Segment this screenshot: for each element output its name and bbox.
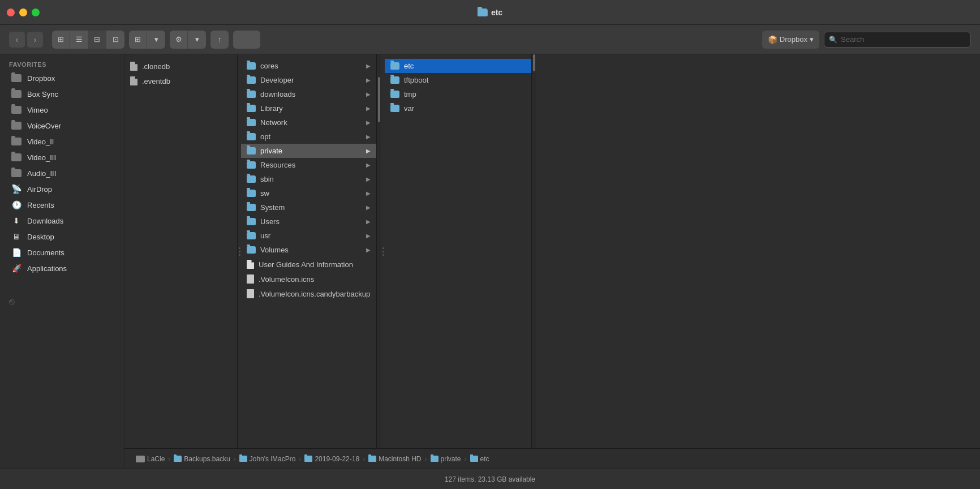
col2-item-volumeicon-candy[interactable]: .VolumeIcon.icns.candybarbackup	[241, 286, 376, 301]
col3-item-tmp[interactable]: tmp	[385, 87, 531, 101]
view-group-arrow-button[interactable]: ▾	[147, 31, 165, 49]
traffic-lights	[7, 8, 40, 16]
col-item-label: Volumes	[260, 246, 362, 254]
col2-item-volumes[interactable]: Volumes▶	[241, 243, 376, 257]
col1-item-eventdb[interactable]: .eventdb	[124, 74, 237, 88]
recents-icon: 🕐	[11, 200, 22, 210]
action-button[interactable]: ⚙	[170, 31, 188, 49]
col-item-label: .clonedb	[142, 62, 231, 71]
folder-icon	[304, 456, 312, 462]
folder-icon	[247, 91, 256, 98]
col-item-label: Users	[260, 217, 362, 226]
col2-item-system[interactable]: System▶	[241, 200, 376, 215]
view-list-button[interactable]: ☰	[70, 31, 88, 49]
close-button[interactable]	[7, 8, 15, 16]
tag-button[interactable]	[233, 31, 260, 49]
folder-icon	[247, 161, 256, 169]
folder-icon	[247, 76, 256, 84]
sidebar-item-video-iii[interactable]: Video_III	[2, 149, 122, 165]
col2-item-opt[interactable]: opt▶	[241, 130, 376, 144]
chevron-right-icon: ▶	[366, 77, 371, 83]
col-item-label: etc	[404, 62, 526, 70]
col2-item-usr[interactable]: usr▶	[241, 229, 376, 243]
view-group-button[interactable]: ⊞	[129, 31, 147, 49]
breadcrumb-separator: ›	[465, 455, 467, 463]
folder-icon	[247, 190, 256, 197]
downloads-icon: ⬇	[11, 216, 22, 226]
col2-item-library[interactable]: Library▶	[241, 101, 376, 115]
view-mode-group: ⊞ ☰ ⊟ ⊡	[52, 31, 124, 49]
col1-item-clonedb[interactable]: .clonedb	[124, 59, 237, 74]
col2-item-resources[interactable]: Resources▶	[241, 158, 376, 172]
breadcrumb-item-date[interactable]: 2019-09-22-18	[302, 454, 362, 464]
column-3-scrollbar[interactable]	[532, 54, 536, 448]
col3-item-tftpboot[interactable]: tftpboot	[385, 73, 531, 87]
col-item-label: .eventdb	[142, 77, 231, 85]
col2-item-sbin[interactable]: sbin▶	[241, 172, 376, 186]
sidebar-item-documents[interactable]: 📄Documents	[2, 244, 122, 260]
col2-item-downloads[interactable]: downloads▶	[241, 87, 376, 101]
folder-icon	[11, 168, 22, 178]
col-item-label: Resources	[260, 161, 362, 169]
col2-item-user-guides[interactable]: User Guides And Information	[241, 257, 376, 272]
sidebar-item-airdrop[interactable]: 📡AirDrop	[2, 181, 122, 197]
back-button[interactable]: ‹	[9, 32, 25, 48]
breadcrumb-item-lacie[interactable]: LaCie	[134, 454, 167, 464]
sidebar-item-applications[interactable]: 🚀Applications	[2, 260, 122, 276]
view-column-button[interactable]: ⊟	[88, 31, 106, 49]
minimize-button[interactable]	[19, 8, 27, 16]
action-arrow-button[interactable]: ▾	[188, 31, 206, 49]
fullscreen-button[interactable]	[32, 8, 40, 16]
nav-buttons: ‹ ›	[9, 32, 43, 48]
col-item-label: .VolumeIcon.icns.candybarbackup	[259, 290, 371, 298]
col3-item-var[interactable]: var	[385, 101, 531, 115]
breadcrumb-item-macintosh[interactable]: Macintosh HD	[366, 454, 423, 464]
sidebar-item-label: Downloads	[27, 217, 63, 225]
col2-item-sw[interactable]: sw▶	[241, 186, 376, 200]
folder-icon	[11, 105, 22, 115]
chevron-right-icon: ▶	[366, 218, 371, 225]
col-item-label: var	[404, 104, 526, 113]
col3-item-etc[interactable]: etc	[385, 59, 531, 73]
toolbar: ‹ › ⊞ ☰ ⊟ ⊡ ⊞ ▾ ⚙ ▾ ↑ 📦 Dropbox ▾ 🔍 Sear…	[0, 25, 980, 54]
col2-item-developer[interactable]: Developer▶	[241, 73, 376, 87]
statusbar: 127 items, 23.13 GB available	[0, 469, 980, 489]
sidebar-item-voiceover[interactable]: VoiceOver	[2, 118, 122, 134]
view-icon-button[interactable]: ⊞	[52, 31, 70, 49]
sidebar-item-recents[interactable]: 🕐Recents	[2, 197, 122, 213]
sidebar-item-dropbox[interactable]: Dropbox	[2, 70, 122, 86]
breadcrumb-item-iMacPro[interactable]: John's iMacPro	[237, 454, 298, 464]
search-icon: 🔍	[829, 36, 837, 44]
sidebar-item-vimeo[interactable]: Vimeo	[2, 102, 122, 118]
sidebar-item-desktop[interactable]: 🖥Desktop	[2, 229, 122, 244]
breadcrumb-item-private[interactable]: private	[428, 454, 463, 464]
forward-button[interactable]: ›	[27, 32, 43, 48]
col2-item-private[interactable]: private▶	[241, 144, 376, 158]
col2-item-cores[interactable]: cores▶	[241, 59, 376, 73]
sidebar-item-video-ii[interactable]: Video_II	[2, 134, 122, 149]
sidebar-item-audio-iii[interactable]: Audio_III	[2, 165, 122, 181]
folder-icon	[11, 136, 22, 147]
col2-item-users[interactable]: Users▶	[241, 215, 376, 229]
sidebar-share-button[interactable]: ⎋	[9, 297, 15, 307]
col2-item-volumeicon[interactable]: .VolumeIcon.icns	[241, 272, 376, 286]
search-box[interactable]: 🔍 Search	[824, 32, 971, 48]
sidebar-item-label: Audio_III	[27, 169, 56, 178]
folder-icon	[247, 204, 256, 211]
col2-item-network[interactable]: Network▶	[241, 115, 376, 130]
folder-icon	[11, 89, 22, 99]
action-button-group: ⚙ ▾	[170, 31, 206, 49]
dropbox-button[interactable]: 📦 Dropbox ▾	[762, 31, 819, 49]
share-button[interactable]: ↑	[210, 31, 229, 49]
breadcrumb-label: private	[441, 455, 461, 463]
breadcrumb-item-etc[interactable]: etc	[468, 454, 492, 464]
sidebar-item-box-sync[interactable]: Box Sync	[2, 86, 122, 102]
chevron-right-icon: ▶	[366, 204, 371, 211]
folder-icon	[431, 456, 439, 462]
breadcrumb-item-backups[interactable]: Backups.backu	[171, 454, 232, 464]
column-2-scrollbar[interactable]	[377, 54, 381, 448]
view-cover-button[interactable]: ⊡	[106, 31, 124, 49]
sidebar-item-downloads[interactable]: ⬇Downloads	[2, 213, 122, 229]
column-3: etctftpboottmpvar	[385, 54, 532, 448]
folder-icon	[11, 152, 22, 162]
